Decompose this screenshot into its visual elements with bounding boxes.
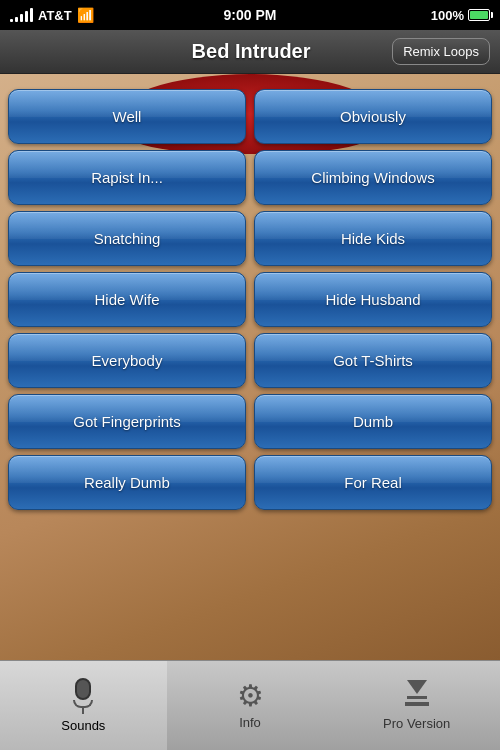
remix-loops-button[interactable]: Remix Loops: [392, 38, 490, 65]
hide-husband-button[interactable]: Hide Husband: [254, 272, 492, 327]
everybody-button[interactable]: Everybody: [8, 333, 246, 388]
tab-info[interactable]: ⚙ Info: [167, 661, 334, 750]
button-row-7: Really Dumb For Real: [8, 455, 492, 510]
tab-info-label: Info: [239, 715, 261, 730]
hide-wife-button[interactable]: Hide Wife: [8, 272, 246, 327]
tab-sounds[interactable]: Sounds: [0, 661, 167, 750]
time-label: 9:00 PM: [224, 7, 277, 23]
tab-pro-version[interactable]: Pro Version: [333, 661, 500, 750]
carrier-label: AT&T: [38, 8, 72, 23]
dumb-button[interactable]: Dumb: [254, 394, 492, 449]
mic-icon: [69, 678, 97, 714]
got-fingerprints-button[interactable]: Got Fingerprints: [8, 394, 246, 449]
header: Bed Intruder Remix Loops: [0, 30, 500, 74]
download-tray: [405, 702, 429, 706]
rapist-in-button[interactable]: Rapist In...: [8, 150, 246, 205]
gear-icon: ⚙: [237, 681, 264, 711]
status-bar: AT&T 📶 9:00 PM 100%: [0, 0, 500, 30]
obviously-button[interactable]: Obviously: [254, 89, 492, 144]
status-right: 100%: [431, 8, 490, 23]
snatching-button[interactable]: Snatching: [8, 211, 246, 266]
for-real-button[interactable]: For Real: [254, 455, 492, 510]
tab-pro-label: Pro Version: [383, 716, 450, 731]
button-row-1: Well Obviously: [8, 89, 492, 144]
really-dumb-button[interactable]: Really Dumb: [8, 455, 246, 510]
battery-percent: 100%: [431, 8, 464, 23]
download-arrow: [407, 680, 427, 694]
button-row-4: Hide Wife Hide Husband: [8, 272, 492, 327]
button-row-6: Got Fingerprints Dumb: [8, 394, 492, 449]
page-title: Bed Intruder: [110, 40, 392, 63]
status-left: AT&T 📶: [10, 7, 94, 23]
tab-bar: Sounds ⚙ Info Pro Version: [0, 660, 500, 750]
sound-buttons-grid: Well Obviously Rapist In... Climbing Win…: [0, 84, 500, 515]
wifi-icon: 📶: [77, 7, 94, 23]
download-icon: [403, 680, 431, 712]
mic-stand: [73, 700, 93, 708]
signal-bars-icon: [10, 8, 33, 22]
battery-fill: [470, 11, 488, 19]
got-t-shirts-button[interactable]: Got T-Shirts: [254, 333, 492, 388]
climbing-windows-button[interactable]: Climbing Windows: [254, 150, 492, 205]
download-line: [407, 696, 427, 699]
battery-icon: [468, 9, 490, 21]
mic-base: [82, 708, 84, 714]
mic-body: [75, 678, 91, 700]
main-content: Well Obviously Rapist In... Climbing Win…: [0, 74, 500, 660]
well-button[interactable]: Well: [8, 89, 246, 144]
hide-kids-button[interactable]: Hide Kids: [254, 211, 492, 266]
button-row-3: Snatching Hide Kids: [8, 211, 492, 266]
tab-sounds-label: Sounds: [61, 718, 105, 733]
button-row-2: Rapist In... Climbing Windows: [8, 150, 492, 205]
button-row-5: Everybody Got T-Shirts: [8, 333, 492, 388]
